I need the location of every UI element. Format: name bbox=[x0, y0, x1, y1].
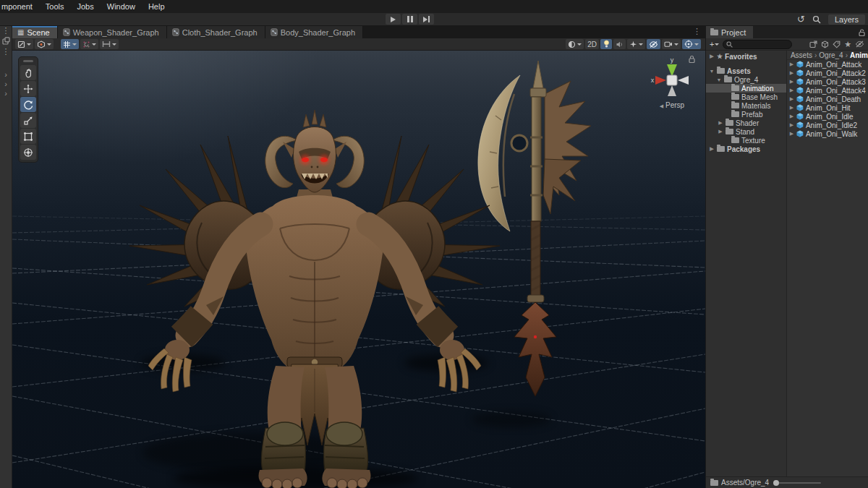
asset-item[interactable]: ▶ Anim_Oni_Attack3 bbox=[787, 77, 868, 86]
search-input[interactable] bbox=[735, 40, 786, 48]
collapse-arrow-icon[interactable]: ▶ bbox=[709, 53, 715, 59]
menu-window[interactable]: Window bbox=[107, 2, 135, 11]
shader-graph-icon bbox=[63, 28, 70, 36]
shading-mode-button[interactable] bbox=[566, 39, 584, 49]
project-search[interactable] bbox=[723, 40, 792, 49]
asset-item[interactable]: ▶ Anim_Oni_Walk bbox=[787, 129, 868, 138]
scene-camera-button[interactable] bbox=[662, 39, 681, 49]
type-filter-icon[interactable] bbox=[821, 40, 829, 48]
tree-item-assets[interactable]: ▼ Assets bbox=[706, 67, 786, 75]
layers-dropdown[interactable]: Layers bbox=[828, 14, 865, 25]
gizmo-y-label: y bbox=[671, 56, 674, 64]
tree-item-prefab[interactable]: Prefab bbox=[706, 110, 786, 119]
tree-item-packages[interactable]: ▶ Packages bbox=[706, 145, 786, 153]
hidden-packages-icon[interactable] bbox=[855, 40, 864, 48]
tree-item-base-mesh[interactable]: Base Mesh bbox=[706, 93, 786, 101]
scene-view-menu-icon[interactable]: ⋮ bbox=[689, 26, 705, 38]
menu-jobs[interactable]: Jobs bbox=[77, 2, 94, 11]
collapse-arrow-icon[interactable]: ▶ bbox=[789, 131, 794, 137]
rect-tool[interactable] bbox=[20, 129, 36, 144]
asset-item[interactable]: ▶ Anim_Oni_Attack4 bbox=[787, 86, 868, 95]
move-tool[interactable] bbox=[20, 81, 36, 96]
expand-arrow-icon[interactable]: ▼ bbox=[709, 69, 715, 74]
collapse-arrow-icon[interactable]: ▶ bbox=[718, 120, 723, 126]
history-icon[interactable]: ↺ bbox=[797, 14, 805, 25]
scene-lighting-button[interactable] bbox=[600, 39, 612, 49]
asset-item[interactable]: ▶ Anim_Oni_Idle2 bbox=[787, 121, 868, 129]
collapse-arrow-icon[interactable]: ▶ bbox=[718, 129, 723, 134]
collapsed-overlay-1[interactable]: › bbox=[0, 70, 12, 80]
scene-audio-button[interactable] bbox=[613, 39, 626, 49]
ogre-model[interactable] bbox=[129, 110, 500, 488]
tab-project[interactable]: Project bbox=[706, 26, 753, 38]
overlay-drag-handle[interactable] bbox=[23, 60, 33, 62]
tool-settings-button[interactable] bbox=[15, 39, 33, 49]
step-button[interactable] bbox=[419, 14, 434, 25]
breadcrumb-assets[interactable]: Assets bbox=[791, 51, 812, 59]
breadcrumb-ogre4[interactable]: Ogre_4 bbox=[819, 51, 843, 59]
asset-item[interactable]: ▶ Anim_Oni_Idle bbox=[787, 112, 868, 121]
search-icon[interactable] bbox=[812, 15, 821, 24]
axe-model[interactable] bbox=[478, 61, 591, 396]
collapse-arrow-icon[interactable]: ▶ bbox=[709, 146, 715, 152]
tab-body-shader-graph[interactable]: Body_Shader_Graph bbox=[265, 26, 363, 38]
tab-cloth-shader-graph[interactable]: Cloth_Shader_Graph bbox=[167, 26, 265, 38]
scale-tool[interactable] bbox=[20, 113, 36, 128]
tab-scene[interactable]: ▦ Scene bbox=[12, 26, 58, 38]
favorites-filter-icon[interactable]: ★ bbox=[844, 40, 851, 49]
tab-weapon-shader-graph[interactable]: Weapon_Shader_Graph bbox=[58, 26, 167, 38]
persp-arrow-icon: ◀ bbox=[660, 103, 663, 108]
open-in-search-icon[interactable] bbox=[809, 40, 817, 48]
tree-item-shader[interactable]: ▶ Shader bbox=[706, 119, 786, 127]
tree-item-stand[interactable]: ▶ Stand bbox=[706, 127, 786, 136]
overlay-menu-icon[interactable]: ⋮ bbox=[0, 26, 12, 35]
collapse-arrow-icon[interactable]: ▶ bbox=[789, 114, 794, 119]
tree-item-favorites[interactable]: ▶ ★ Favorites bbox=[706, 52, 786, 61]
view-hand-tool[interactable] bbox=[20, 65, 36, 80]
menu-component[interactable]: mponent bbox=[1, 2, 33, 11]
grid-visibility-button[interactable] bbox=[61, 39, 79, 49]
tree-item-texture[interactable]: Texture bbox=[706, 136, 786, 145]
scene-viewport[interactable]: y x ◀ Persp bbox=[12, 51, 705, 488]
overlay-menu2-icon[interactable]: ⋮ bbox=[0, 47, 12, 56]
collapsed-overlay-2[interactable]: › bbox=[0, 80, 12, 89]
expand-arrow-icon[interactable]: ▼ bbox=[716, 77, 722, 82]
label-filter-icon[interactable] bbox=[833, 40, 841, 48]
collapse-arrow-icon[interactable]: ▶ bbox=[789, 61, 794, 67]
snap-increment-button[interactable] bbox=[100, 39, 119, 49]
asset-item[interactable]: ▶ Anim_Oni_Attack2 bbox=[787, 69, 868, 77]
breadcrumb-anim[interactable]: Anim bbox=[850, 51, 868, 59]
2d-toggle-button[interactable]: 2D bbox=[585, 39, 599, 49]
projection-toggle[interactable]: ◀ Persp bbox=[646, 101, 698, 109]
gizmos-toggle-button[interactable] bbox=[682, 39, 701, 49]
snap-toggle-button[interactable] bbox=[80, 39, 98, 49]
asset-item[interactable]: ▶ Anim_Oni_Attack bbox=[787, 60, 868, 69]
tree-item-ogre4[interactable]: ▼ Ogre_4 bbox=[706, 75, 786, 84]
asset-item[interactable]: ▶ Anim_Oni_Death bbox=[787, 95, 868, 103]
collapse-arrow-icon[interactable]: ▶ bbox=[789, 122, 794, 128]
collapse-arrow-icon[interactable]: ▶ bbox=[789, 87, 794, 93]
panel-lock-icon[interactable] bbox=[859, 26, 868, 38]
collapse-arrow-icon[interactable]: ▶ bbox=[789, 105, 794, 111]
tree-item-materials[interactable]: Materials bbox=[706, 101, 786, 110]
collapsed-overlay-3[interactable]: › bbox=[0, 89, 12, 98]
asset-item[interactable]: ▶ Anim_Oni_Hit bbox=[787, 103, 868, 112]
menu-help[interactable]: Help bbox=[148, 2, 165, 11]
icon-size-slider[interactable] bbox=[773, 479, 821, 487]
tree-item-animation[interactable]: Animation bbox=[706, 84, 786, 93]
pause-button[interactable] bbox=[402, 14, 417, 25]
transform-tool[interactable] bbox=[20, 145, 36, 160]
asset-label: Anim_Oni_Attack4 bbox=[806, 87, 866, 95]
pivot-mode-button[interactable] bbox=[35, 39, 54, 49]
collapse-arrow-icon[interactable]: ▶ bbox=[789, 70, 794, 76]
overlays-panel-icon[interactable] bbox=[2, 37, 10, 45]
play-button[interactable] bbox=[386, 14, 401, 25]
scene-visibility-button[interactable] bbox=[647, 39, 660, 49]
menu-tools[interactable]: Tools bbox=[46, 2, 64, 11]
rotate-tool[interactable] bbox=[20, 97, 36, 112]
collapse-arrow-icon[interactable]: ▶ bbox=[789, 96, 794, 102]
scene-effects-button[interactable] bbox=[627, 39, 645, 49]
slider-knob[interactable] bbox=[773, 480, 779, 486]
collapse-arrow-icon[interactable]: ▶ bbox=[789, 79, 794, 85]
create-asset-button[interactable]: + bbox=[708, 40, 720, 48]
